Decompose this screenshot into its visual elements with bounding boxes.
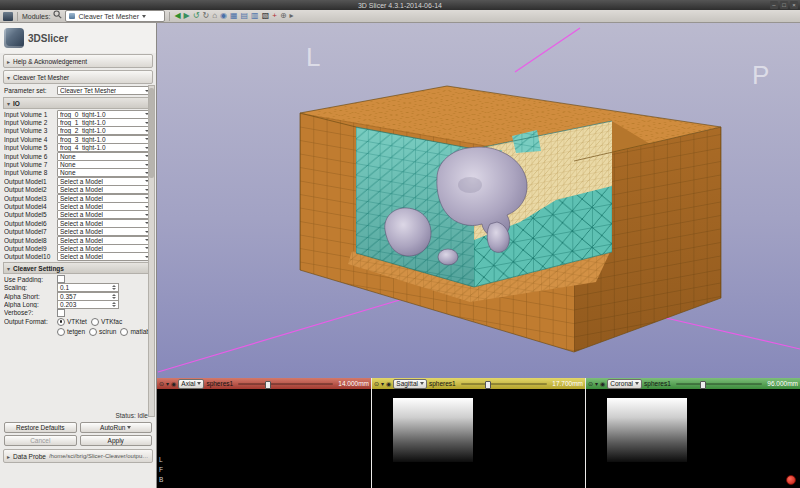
crosshair-icon[interactable]: + — [272, 11, 277, 21]
orientation-combo[interactable]: Sagittal — [393, 379, 427, 389]
io-section-toggle[interactable]: ▾ IO — [3, 97, 153, 109]
visibility-eye-icon[interactable]: ◉ — [386, 380, 391, 387]
layout-3donly-icon[interactable]: ▥ — [251, 11, 259, 21]
node-selector-combo[interactable]: Select a Model — [57, 252, 152, 261]
redo-icon[interactable]: ↻ — [202, 11, 209, 21]
help-section-toggle[interactable]: ▸ Help & Acknowledgement — [3, 54, 153, 68]
alpha-long-spinbox[interactable]: 0.203 — [57, 300, 119, 309]
output-format-option[interactable]: matlab — [120, 328, 150, 336]
restore-defaults-button[interactable]: Restore Defaults — [4, 422, 77, 433]
undo-icon[interactable]: ↺ — [193, 11, 200, 21]
error-notification-icon[interactable] — [786, 475, 796, 485]
module-panel: 3DSlicer ▸ Help & Acknowledgement ▾ Clea… — [0, 23, 157, 488]
module-section-label: Cleaver Tet Mesher — [13, 74, 69, 81]
back-icon[interactable]: ◀ — [174, 11, 180, 21]
threeD-view[interactable]: L P — [157, 23, 800, 378]
pin-icon[interactable]: ⊙ — [159, 380, 164, 387]
module-section-toggle[interactable]: ▾ Cleaver Tet Mesher — [3, 70, 153, 84]
io-row-label: Output Model3 — [4, 195, 54, 202]
io-row-label: Output Model2 — [4, 186, 54, 193]
slice-offset-slider[interactable] — [676, 383, 762, 385]
visibility-eye-icon[interactable]: ◉ — [600, 380, 605, 387]
verbose-checkbox[interactable] — [57, 309, 65, 317]
autorun-button[interactable]: AutoRun — [80, 422, 153, 433]
screenshot-icon[interactable]: ◉ — [220, 11, 227, 21]
red-slice-image-area[interactable] — [157, 389, 371, 488]
slider-knob[interactable] — [700, 381, 706, 389]
cleaver-settings-toggle[interactable]: ▾ Cleaver Settings — [3, 262, 153, 274]
io-row-label: Output Model4 — [4, 203, 54, 210]
menu-icon[interactable]: ▾ — [381, 380, 384, 387]
layout-fourup-icon[interactable]: ▤ — [241, 11, 249, 21]
io-row: Output Model10 Select a Model — [0, 253, 156, 261]
slider-knob[interactable] — [265, 381, 271, 389]
radio-icon[interactable] — [91, 318, 99, 326]
home-icon[interactable]: ⌂ — [212, 11, 217, 21]
layout-conventional-icon[interactable]: ▦ — [230, 11, 238, 21]
parameter-set-combo[interactable]: Cleaver Tet Mesher — [57, 86, 152, 95]
chevron-down-icon: ▾ — [7, 100, 10, 107]
io-section-label: IO — [13, 100, 20, 107]
alpha-long-label: Alpha Long: — [4, 301, 54, 308]
pin-icon[interactable]: ⊙ — [374, 380, 379, 387]
pin-icon[interactable]: ⊙ — [588, 380, 593, 387]
verbose-row: Verbose?: — [0, 309, 156, 317]
cleaver-settings-label: Cleaver Settings — [13, 265, 64, 272]
yellow-slice-view[interactable]: ⊙ ▾ ◉ Sagittal spheres1 17.700mm — [372, 378, 585, 488]
chevron-down-icon: ▾ — [7, 265, 10, 272]
chevron-down-icon — [635, 382, 639, 385]
panel-scrollbar-thumb[interactable] — [149, 88, 154, 178]
radio-icon[interactable] — [57, 318, 65, 326]
slicer-logo-text: 3DSlicer — [28, 33, 68, 44]
node-selector-combo[interactable]: frog_4_tight-1.0 — [57, 143, 152, 152]
slider-knob[interactable] — [485, 381, 491, 389]
io-rows: Input Volume 1 frog_0_tight-1.0 Input Vo… — [0, 110, 156, 261]
module-selector-combo[interactable]: Cleaver Tet Mesher — [65, 10, 165, 22]
apply-button[interactable]: Apply — [80, 435, 153, 446]
minimize-button[interactable]: – — [770, 1, 778, 9]
radio-icon[interactable] — [57, 328, 65, 336]
main-toolbar: Modules: Cleaver Tet Mesher ◀ ▶ ↺ ↻ ⌂ ◉ — [0, 10, 800, 23]
layout-tabbed-icon[interactable]: ▧ — [262, 11, 270, 21]
maximize-button[interactable]: □ — [780, 1, 788, 9]
spinbox-arrows-icon[interactable] — [112, 294, 116, 299]
output-format-option[interactable]: tetgen — [57, 328, 85, 336]
green-slice-controller: ⊙ ▾ ◉ Coronal spheres1 96.000mm — [586, 378, 800, 389]
red-slice-view[interactable]: ⊙ ▾ ◉ Axial spheres1 14.000mm — [157, 378, 371, 488]
use-padding-checkbox[interactable] — [57, 275, 65, 283]
io-row-label: Output Model7 — [4, 228, 54, 235]
menu-icon[interactable]: ▾ — [595, 380, 598, 387]
green-slice-view[interactable]: ⊙ ▾ ◉ Coronal spheres1 96.000mm — [586, 378, 800, 488]
data-probe-toggle[interactable]: ▸ Data Probe /home/sci/brig/Slicer-Cleav… — [3, 449, 153, 463]
visibility-eye-icon[interactable]: ◉ — [171, 380, 176, 387]
io-row-label: Output Model1 — [4, 178, 54, 185]
node-selector-combo[interactable]: Select a Model — [57, 227, 152, 236]
output-format-option[interactable]: VTKfac — [91, 318, 122, 326]
io-row-label: Output Model8 — [4, 237, 54, 244]
yellow-slice-image-area[interactable] — [372, 389, 585, 488]
forward-icon[interactable]: ▶ — [184, 11, 190, 21]
output-format-option[interactable]: scirun — [89, 328, 116, 336]
io-row-label: Input Volume 7 — [4, 161, 54, 168]
node-selector-combo[interactable]: Select a Model — [57, 185, 152, 194]
cancel-button[interactable]: Cancel — [4, 435, 77, 446]
slice-volume-label: spheres1 — [644, 380, 671, 387]
orientation-combo[interactable]: Axial — [178, 379, 204, 389]
panel-scrollbar[interactable] — [148, 85, 155, 417]
slice-offset-slider[interactable] — [461, 383, 548, 385]
orientation-combo[interactable]: Coronal — [607, 379, 642, 389]
output-format-option[interactable]: VTKtet — [57, 318, 87, 326]
spinbox-arrows-icon[interactable] — [112, 285, 116, 290]
radio-icon[interactable] — [89, 328, 97, 336]
menu-icon[interactable]: ▾ — [166, 380, 169, 387]
extensions-icon[interactable]: ⊕ — [280, 11, 287, 21]
slice-offset-slider[interactable] — [238, 383, 333, 385]
alpha-long-row: Alpha Long: 0.203 — [0, 300, 156, 308]
data-probe-label: Data Probe — [13, 453, 46, 460]
radio-icon[interactable] — [120, 328, 128, 336]
close-button[interactable]: × — [790, 1, 798, 9]
spinbox-arrows-icon[interactable] — [112, 302, 116, 307]
module-search-icon[interactable] — [53, 10, 62, 22]
more-tools-icon[interactable]: ▸ — [290, 11, 294, 21]
green-slice-image-area[interactable] — [586, 389, 800, 488]
